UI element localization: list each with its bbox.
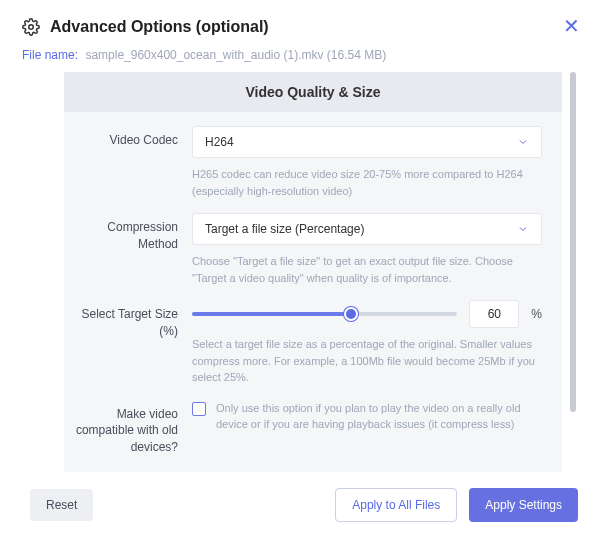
percent-sign: % bbox=[531, 307, 542, 321]
reset-button[interactable]: Reset bbox=[30, 489, 93, 521]
file-name-line: File name: sample_960x400_ocean_with_aud… bbox=[22, 48, 578, 62]
codec-label: Video Codec bbox=[64, 126, 192, 199]
gear-icon bbox=[22, 18, 40, 36]
chevron-down-icon bbox=[517, 136, 529, 148]
method-value: Target a file size (Percentage) bbox=[205, 222, 364, 236]
file-name-value: sample_960x400_ocean_with_audio (1).mkv … bbox=[85, 48, 386, 62]
codec-row: Video Codec H264 H265 codec can reduce v… bbox=[64, 112, 562, 199]
quality-card: Video Quality & Size Video Codec H264 H2… bbox=[64, 72, 562, 472]
slider-fill bbox=[192, 312, 351, 316]
compat-checkbox[interactable] bbox=[192, 402, 206, 416]
scroll-area: Video Quality & Size Video Codec H264 H2… bbox=[22, 72, 578, 472]
target-slider[interactable] bbox=[192, 312, 457, 316]
target-help: Select a target file size as a percentag… bbox=[192, 336, 542, 386]
apply-settings-button[interactable]: Apply Settings bbox=[469, 488, 578, 522]
codec-value: H264 bbox=[205, 135, 234, 149]
target-label: Select Target Size (%) bbox=[64, 300, 192, 386]
footer: Reset Apply to All Files Apply Settings bbox=[22, 488, 578, 522]
codec-help: H265 codec can reduce video size 20-75% … bbox=[192, 166, 542, 199]
card-title: Video Quality & Size bbox=[64, 72, 562, 112]
modal-title: Advanced Options (optional) bbox=[50, 18, 269, 36]
target-row: Select Target Size (%) % Select a target… bbox=[64, 286, 562, 386]
modal-header: Advanced Options (optional) bbox=[22, 18, 578, 36]
method-row: Compression Method Target a file size (P… bbox=[64, 199, 562, 286]
compat-label: Make video compatible with old devices? bbox=[64, 400, 192, 456]
svg-point-0 bbox=[29, 25, 34, 30]
codec-select[interactable]: H264 bbox=[192, 126, 542, 158]
advanced-options-modal: Advanced Options (optional) ✕ File name:… bbox=[0, 0, 600, 542]
slider-thumb[interactable] bbox=[344, 307, 358, 321]
file-name-label: File name: bbox=[22, 48, 78, 62]
apply-all-button[interactable]: Apply to All Files bbox=[335, 488, 457, 522]
compat-help: Only use this option if you plan to play… bbox=[216, 400, 542, 433]
compat-row: Make video compatible with old devices? … bbox=[64, 386, 562, 456]
method-label: Compression Method bbox=[64, 213, 192, 286]
close-icon[interactable]: ✕ bbox=[563, 16, 580, 36]
method-help: Choose "Target a file size" to get an ex… bbox=[192, 253, 542, 286]
chevron-down-icon bbox=[517, 223, 529, 235]
target-value-input[interactable] bbox=[469, 300, 519, 328]
method-select[interactable]: Target a file size (Percentage) bbox=[192, 213, 542, 245]
scrollbar-thumb[interactable] bbox=[570, 72, 576, 412]
